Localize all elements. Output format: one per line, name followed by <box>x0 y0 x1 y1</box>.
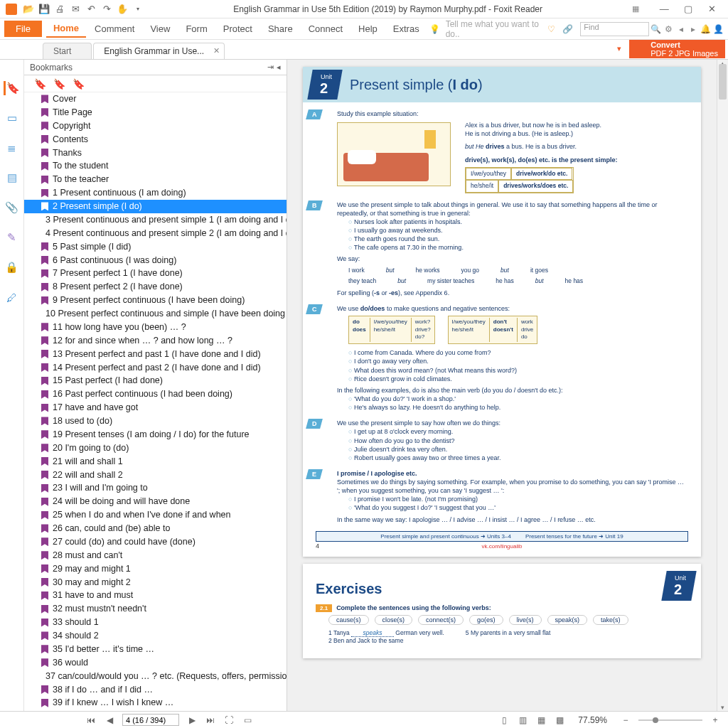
bookmark-item[interactable]: Contents <box>24 133 287 146</box>
menu-comment[interactable]: Comment <box>87 21 141 37</box>
tab-start[interactable]: Start <box>43 43 92 59</box>
panel-expand-icon[interactable]: ⇥ <box>267 63 274 72</box>
menu-form[interactable]: Form <box>178 21 214 37</box>
redo-icon[interactable]: ↷ <box>101 4 112 15</box>
prev-page-icon[interactable]: ◀ <box>104 714 115 726</box>
menu-home[interactable]: Home <box>46 20 86 38</box>
open-icon[interactable]: 📂 <box>23 4 34 15</box>
layers-pane-icon[interactable]: ≣ <box>5 141 19 155</box>
tellme-input[interactable]: Tell me what you want to do.. <box>446 19 541 39</box>
menu-extras[interactable]: Extras <box>386 21 427 37</box>
menu-protect[interactable]: Protect <box>216 21 259 37</box>
attachments-pane-icon[interactable]: 📎 <box>5 200 19 215</box>
link-icon[interactable]: 🔗 <box>562 24 573 34</box>
bookmark-item[interactable]: 13 Present perfect and past 1 (I have do… <box>24 348 287 361</box>
bookmark-item[interactable]: 30 may and might 2 <box>24 576 287 589</box>
bookmark-item[interactable]: Cover <box>24 92 287 106</box>
bookmark-item[interactable]: 32 must mustn't needn't <box>24 602 287 616</box>
bookmark-item[interactable]: 11 how long have you (been) … ? <box>24 321 287 334</box>
user-icon[interactable]: 👤 <box>712 23 724 36</box>
vertical-scrollbar[interactable]: ▴ ▾ <box>717 60 728 711</box>
bookmark-item[interactable]: 37 can/could/would you … ? etc. (Request… <box>24 670 287 683</box>
facing-icon[interactable]: ▦ <box>535 714 547 726</box>
bm-del-icon[interactable]: 🔖 <box>73 78 85 90</box>
bookmark-item[interactable]: 29 may and might 1 <box>24 562 287 576</box>
convert-pdf-button[interactable]: ConvertPDF 2 JPG Images <box>629 40 725 58</box>
menu-help[interactable]: Help <box>351 21 385 37</box>
bookmark-item[interactable]: 33 should 1 <box>24 616 287 629</box>
bookmark-item[interactable]: 26 can, could and (be) able to <box>24 522 287 535</box>
page-number-input[interactable] <box>122 714 179 726</box>
scrollbar-thumb[interactable] <box>719 64 727 100</box>
bookmark-item[interactable]: 39 if I knew … I wish I knew … <box>24 696 287 710</box>
bookmark-item[interactable]: 16 Past perfect continuous (I had been d… <box>24 387 287 401</box>
prev-find-icon[interactable]: ◂ <box>675 23 687 36</box>
heart-icon[interactable]: ♡ <box>547 24 555 34</box>
print-icon[interactable]: 🖨 <box>54 4 65 15</box>
find-input[interactable]: Find <box>580 22 648 36</box>
save-icon[interactable]: 💾 <box>38 4 50 15</box>
continuous-icon[interactable]: ▥ <box>517 714 528 726</box>
scroll-down-icon[interactable]: ▾ <box>717 704 728 711</box>
bookmark-item[interactable]: 27 could (do) and could have (done) <box>24 535 287 549</box>
bookmark-item[interactable]: 31 have to and must <box>24 589 287 602</box>
bookmark-item[interactable]: 25 when I do and when I've done if and w… <box>24 508 287 522</box>
bookmark-item[interactable]: Copyright <box>24 119 287 133</box>
bookmark-item[interactable]: 28 must and can't <box>24 549 287 562</box>
zoom-in-icon[interactable]: + <box>710 714 721 726</box>
document-viewer[interactable]: Unit2 Present simple (I do) A Study this… <box>287 60 717 711</box>
bookmark-item[interactable]: 34 should 2 <box>24 629 287 643</box>
comments-pane-icon[interactable]: ▤ <box>5 171 19 185</box>
bookmark-item[interactable]: Thanks <box>24 146 287 160</box>
bm-new-icon[interactable]: 🔖 <box>53 78 65 90</box>
bookmark-item[interactable]: 35 I'd better … it's time … <box>24 643 287 656</box>
bm-expand-icon[interactable]: 🔖 <box>34 78 46 90</box>
bookmark-item[interactable]: 5 Past simple (I did) <box>24 240 287 254</box>
bookmark-item[interactable]: 12 for and since when … ? and how long …… <box>24 334 287 348</box>
bookmark-item[interactable]: 19 Present tenses (I am doing / I do) fo… <box>24 428 287 441</box>
menu-share[interactable]: Share <box>261 21 300 37</box>
fit-page-icon[interactable]: ⛶ <box>223 714 235 726</box>
dropdown-icon[interactable]: ▾ <box>132 4 144 15</box>
bookmark-item[interactable]: 1 Present continuous (I am doing) <box>24 186 287 200</box>
bell-icon[interactable]: 🔔 <box>700 23 712 36</box>
bookmark-item[interactable]: 23 I will and I'm going to <box>24 481 287 495</box>
bookmark-item[interactable]: 22 will and shall 2 <box>24 469 287 482</box>
last-page-icon[interactable]: ⏭ <box>205 714 216 726</box>
pages-pane-icon[interactable]: ▭ <box>5 111 19 125</box>
bookmark-item[interactable]: 10 Present perfect continuous and simple… <box>24 307 287 321</box>
fit-width-icon[interactable]: ▭ <box>242 714 253 726</box>
tab-document[interactable]: English Grammar in Use...✕ <box>93 43 225 59</box>
mail-icon[interactable]: ✉ <box>70 4 81 15</box>
bookmark-item[interactable]: 9 Present perfect continuous (I have bee… <box>24 294 287 307</box>
hand-icon[interactable]: ✋ <box>117 4 128 15</box>
single-page-icon[interactable]: ▯ <box>498 714 510 726</box>
bookmark-item[interactable]: 20 I'm going to (do) <box>24 441 287 455</box>
bookmark-item[interactable]: 38 if I do … and if I did … <box>24 683 287 697</box>
bookmark-item[interactable]: To the student <box>24 159 287 173</box>
minimize-button[interactable]: — <box>653 4 675 14</box>
bookmark-item[interactable]: 18 used to (do) <box>24 414 287 428</box>
bookmark-item[interactable]: 8 Present perfect 2 (I have done) <box>24 280 287 294</box>
bookmark-item[interactable]: 36 would <box>24 656 287 670</box>
maximize-button[interactable]: ▢ <box>678 4 699 14</box>
first-page-icon[interactable]: ⏮ <box>85 714 97 726</box>
close-icon[interactable]: ✕ <box>213 46 220 55</box>
close-button[interactable]: ✕ <box>701 4 722 14</box>
bookmark-item[interactable]: 2 Present simple (I do) <box>24 200 287 213</box>
bookmark-item[interactable]: 17 have and have got <box>24 401 287 414</box>
bookmark-item[interactable]: To the teacher <box>24 173 287 186</box>
next-find-icon[interactable]: ▸ <box>687 23 699 36</box>
bookmark-item[interactable]: Title Page <box>24 106 287 119</box>
file-menu[interactable]: File <box>4 21 42 37</box>
zoom-out-icon[interactable]: − <box>620 714 631 726</box>
ribbon-layout-icon[interactable]: ▦ <box>632 4 639 14</box>
bookmark-item[interactable]: 14 Present perfect and past 2 (I have do… <box>24 361 287 375</box>
bookmark-item[interactable]: 21 will and shall 1 <box>24 455 287 469</box>
menu-connect[interactable]: Connect <box>301 21 350 37</box>
menu-view[interactable]: View <box>143 21 177 37</box>
next-page-icon[interactable]: ▶ <box>186 714 198 726</box>
bookmark-item[interactable]: 24 will be doing and will have done <box>24 495 287 508</box>
bookmarks-list[interactable]: CoverTitle PageCopyrightContentsThanksTo… <box>24 92 287 711</box>
undo-icon[interactable]: ↶ <box>85 4 97 15</box>
